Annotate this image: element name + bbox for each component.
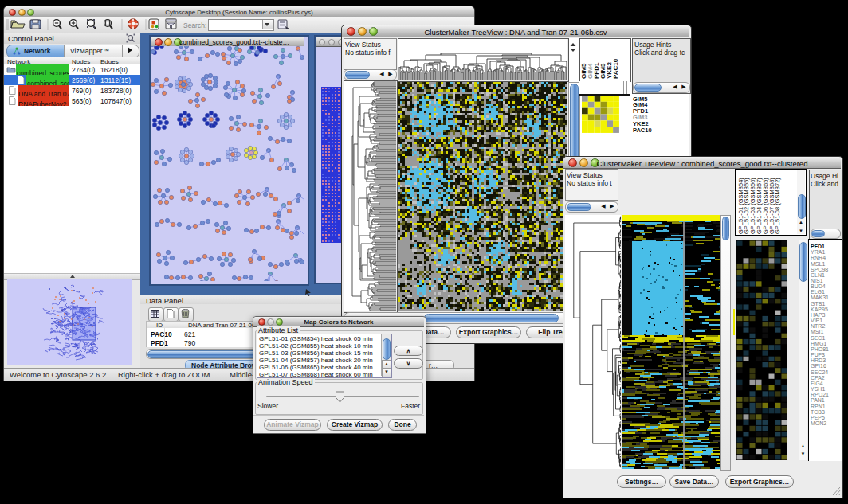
svg-text:GTB1: GTB1: [811, 301, 825, 307]
svg-text:HRD3: HRD3: [811, 357, 826, 363]
svg-text:HAP3: HAP3: [811, 312, 825, 318]
svg-text:PUF3: PUF3: [811, 352, 825, 357]
svg-text:MSI1: MSI1: [811, 329, 823, 334]
svg-text:PAN1: PAN1: [811, 397, 825, 403]
svg-text:ELG1: ELG1: [811, 289, 825, 295]
svg-text:RPO21: RPO21: [811, 392, 829, 397]
svg-text:CPA2: CPA2: [811, 375, 825, 381]
svg-text:NIS1: NIS1: [811, 278, 823, 283]
svg-text:YRA1: YRA1: [811, 249, 825, 255]
svg-text:CLN1: CLN1: [811, 272, 825, 278]
svg-text:SEC1: SEC1: [811, 335, 825, 341]
svg-text:GPL51-08 (GSM872): GPL51-08 (GSM872): [774, 178, 781, 234]
svg-text:TCB3: TCB3: [811, 409, 825, 415]
svg-text:PFD1: PFD1: [811, 244, 825, 249]
svg-text:VIP1: VIP1: [811, 318, 822, 323]
svg-text:RNR4: RNR4: [811, 255, 826, 260]
svg-text:YSH1: YSH1: [811, 386, 825, 392]
svg-text:PEP5: PEP5: [811, 415, 825, 420]
svg-text:FIG4: FIG4: [811, 381, 823, 386]
svg-text:PAC10: PAC10: [612, 58, 619, 79]
svg-text:MON2: MON2: [811, 420, 826, 426]
svg-text:PAC10: PAC10: [633, 127, 652, 133]
svg-text:KAP95: KAP95: [811, 307, 828, 312]
svg-text:GPI16: GPI16: [811, 363, 826, 369]
svg-text:SEC24: SEC24: [811, 369, 828, 375]
svg-text:BUD4: BUD4: [811, 283, 826, 289]
svg-text:RPN1: RPN1: [811, 404, 826, 409]
svg-text:NTR2: NTR2: [811, 323, 825, 329]
svg-text:MSL1: MSL1: [811, 261, 825, 267]
svg-text:MAK31: MAK31: [811, 295, 829, 300]
svg-text:SPC98: SPC98: [811, 267, 828, 272]
svg-text:PHO81: PHO81: [811, 346, 829, 352]
svg-text:HMG1: HMG1: [811, 341, 826, 346]
